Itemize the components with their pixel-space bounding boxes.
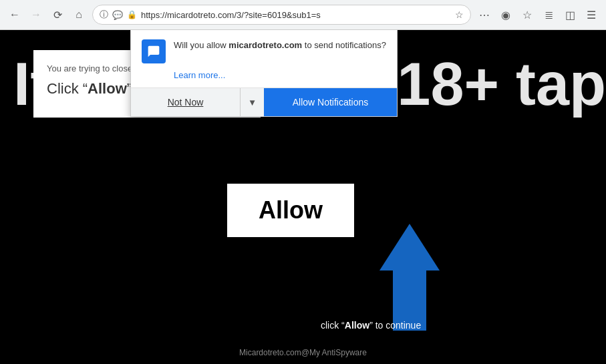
bg-text-right: 18+ tap	[397, 50, 606, 119]
chevron-down-icon: ▼	[248, 98, 257, 108]
learn-more-link[interactable]: Learn more...	[174, 70, 225, 80]
notif-prefix: Will you allow	[174, 40, 229, 50]
nav-buttons: ← → ⟳ ⌂	[5, 5, 88, 24]
home-button[interactable]: ⌂	[69, 5, 88, 24]
shield-button[interactable]: ◉	[496, 5, 515, 24]
url-text: https://micardotreto.com/3/?site=6019&su…	[141, 10, 451, 20]
footer-text: Micardotreto.com@My AntiSpyware	[239, 348, 367, 357]
menu-button[interactable]: ☰	[582, 5, 601, 24]
click-prefix: Click “	[47, 80, 88, 97]
continue-prefix: click “	[321, 320, 345, 331]
click-allow-continue: click “Allow” to continue	[321, 320, 421, 331]
notification-popup: Will you allow micardotreto.com to send …	[130, 30, 398, 117]
forward-button[interactable]: →	[27, 5, 45, 24]
allow-notifications-button[interactable]: Allow Notifications	[264, 88, 397, 116]
notif-buttons: Not Now ▼ Allow Notifications	[131, 87, 397, 116]
chat-icon: 💬	[112, 10, 123, 20]
not-now-button[interactable]: Not Now	[131, 88, 240, 116]
not-now-dropdown-button[interactable]: ▼	[240, 88, 264, 116]
reload-button[interactable]: ⟳	[48, 5, 67, 24]
bookmark-button[interactable]: ☆	[518, 5, 537, 24]
not-now-section: Not Now ▼	[131, 88, 264, 116]
notif-header: Will you allow micardotreto.com to send …	[131, 30, 397, 69]
address-bar[interactable]: ⓘ 💬 🔒 https://micardotreto.com/3/?site=6…	[92, 5, 471, 25]
continue-suffix: ” to continue	[369, 320, 421, 331]
browser-toolbar: ← → ⟳ ⌂ ⓘ 💬 🔒 https://micardotreto.com/3…	[0, 0, 606, 30]
notif-suffix: to send notifications?	[302, 40, 386, 50]
star-icon[interactable]: ☆	[455, 9, 464, 20]
notif-domain: micardotreto.com	[229, 40, 302, 50]
allow-big-label: Allow	[259, 196, 323, 224]
continue-allow-word: Allow	[345, 320, 369, 331]
notif-question: Will you allow micardotreto.com to send …	[174, 39, 386, 51]
info-icon: ⓘ	[100, 9, 108, 21]
library-button[interactable]: ≣	[539, 5, 558, 24]
lock-icon: 🔒	[127, 10, 137, 19]
allow-big-button[interactable]: Allow	[227, 184, 354, 237]
learn-more-section: Learn more...	[131, 69, 397, 87]
back-button[interactable]: ←	[5, 5, 24, 24]
page-content: If y 18+ tap You are trying to close thi…	[0, 30, 606, 364]
arrow-head	[380, 224, 440, 270]
click-allow-word: Allow	[88, 80, 127, 97]
notif-chat-icon	[142, 39, 166, 63]
arrow-graphic	[380, 224, 440, 331]
sync-button[interactable]: ◫	[561, 5, 579, 24]
more-button[interactable]: ⋯	[475, 5, 494, 24]
toolbar-right: ⋯ ◉ ☆ ≣ ◫ ☰	[475, 5, 601, 24]
